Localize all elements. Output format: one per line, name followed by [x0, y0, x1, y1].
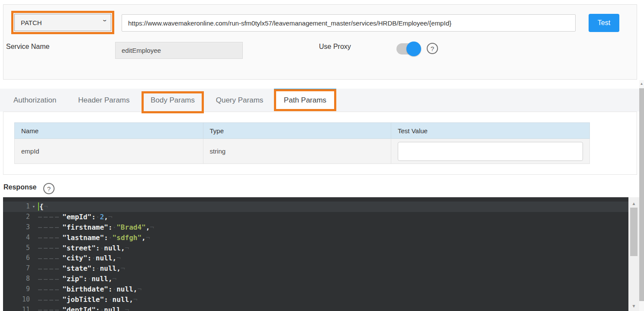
- http-method-select[interactable]: PATCH ˇ: [14, 14, 111, 31]
- response-label: Response: [3, 183, 36, 191]
- code-content: "street":·null,¬: [35, 243, 129, 253]
- eol-mark: ¬: [146, 234, 150, 242]
- comma-token: ,: [121, 306, 125, 311]
- json-key: "lastname":: [62, 234, 108, 242]
- code-content: "empId":·2,¬: [35, 212, 113, 222]
- line-number: 6: [3, 253, 35, 263]
- request-url-input[interactable]: [122, 14, 576, 32]
- indent-whitespace-marks: [38, 269, 61, 269]
- body-params-highlight-box: [142, 91, 204, 113]
- editor-line: 4"lastname":·"sdfgh",¬: [3, 233, 628, 243]
- path-params-table: NameTypeTest Value empIdstring: [14, 122, 590, 164]
- use-proxy-label: Use Proxy: [319, 43, 351, 51]
- toggle-knob: [406, 42, 421, 56]
- space-mark: ·: [100, 306, 104, 311]
- use-proxy-toggle[interactable]: [396, 43, 420, 55]
- test-value-input[interactable]: [398, 142, 583, 161]
- indent-whitespace-marks: [38, 310, 61, 311]
- eol-mark: ¬: [121, 264, 125, 273]
- test-button[interactable]: Test: [589, 14, 619, 32]
- json-key: "birthdate":: [62, 285, 113, 293]
- code-content: "city":·null,¬: [35, 253, 121, 263]
- json-value: null: [91, 275, 108, 283]
- eol-mark: ¬: [125, 244, 129, 252]
- editor-scrollbar-thumb[interactable]: [630, 208, 638, 256]
- space-mark: ·: [91, 254, 96, 262]
- eol-mark: ¬: [113, 275, 117, 283]
- json-key: "zip":: [62, 275, 87, 283]
- editor-scrollbar[interactable]: ▲ ▼: [628, 197, 639, 311]
- code-content: {¬: [35, 202, 48, 212]
- indent-whitespace-marks: [38, 258, 61, 259]
- editor-lines: 1▾{¬2"empId":·2,¬3"firstname":·"Brad4",¬…: [3, 202, 628, 311]
- code-content: "firstname":·"Brad4",¬: [35, 222, 154, 233]
- editor-line: 6"city":·null,¬: [3, 253, 628, 263]
- line-number: 9: [3, 284, 35, 295]
- json-value: null: [113, 295, 129, 304]
- comma-token: ,: [113, 254, 117, 262]
- space-mark: ·: [96, 213, 100, 221]
- brace-token: {: [39, 202, 44, 211]
- eol-mark: ¬: [133, 295, 138, 304]
- comma-token: ,: [116, 264, 121, 273]
- param-name-cell: empId: [15, 139, 203, 164]
- line-number: 11: [3, 305, 35, 311]
- json-value: null: [100, 264, 117, 273]
- editor-line: 1▾{¬: [3, 202, 628, 212]
- editor-scroll-up-icon[interactable]: ▲: [628, 201, 639, 207]
- line-number: 10: [3, 295, 35, 305]
- tab-query-params[interactable]: Query Params: [213, 89, 266, 112]
- indent-whitespace-marks: [38, 237, 61, 238]
- line-number: 2: [3, 212, 35, 222]
- code-content: "zip":·null,¬: [35, 274, 116, 284]
- response-help-icon[interactable]: ?: [43, 183, 55, 194]
- space-mark: ·: [87, 275, 92, 283]
- path-params-highlight-box: [274, 89, 336, 111]
- eol-mark: ¬: [137, 285, 142, 293]
- indent-whitespace-marks: [38, 227, 61, 228]
- json-key: "street":: [62, 244, 100, 252]
- json-value: null: [104, 306, 121, 311]
- tab-header-params[interactable]: Header Params: [74, 89, 133, 112]
- eol-mark: ¬: [116, 254, 121, 262]
- table-row: empIdstring: [15, 139, 590, 164]
- line-number: 4: [3, 233, 35, 243]
- editor-scroll-down-icon[interactable]: ▼: [628, 303, 639, 309]
- param-type-cell: string: [203, 139, 391, 164]
- space-mark: ·: [113, 223, 117, 231]
- page-scroll-up-icon[interactable]: ▲: [639, 81, 644, 87]
- space-mark: ·: [108, 234, 113, 242]
- use-proxy-help-icon[interactable]: ?: [427, 43, 438, 54]
- editor-line: 3"firstname":·"Brad4",¬: [3, 222, 628, 233]
- code-content: "deptId":·null,¬: [35, 305, 129, 311]
- comma-token: ,: [129, 295, 133, 304]
- response-code-editor[interactable]: 1▾{¬2"empId":·2,¬3"firstname":·"Brad4",¬…: [3, 197, 628, 311]
- eol-mark: ¬: [125, 306, 129, 311]
- comma-token: ,: [133, 285, 138, 293]
- rest-service-test-page: PATCH ˇ Test Service Name Use Proxy ? Au…: [0, 0, 644, 311]
- service-name-label: Service Name: [6, 43, 49, 51]
- tab-authorization[interactable]: Authorization: [10, 89, 60, 112]
- page-scrollbar-thumb[interactable]: [639, 88, 644, 301]
- indent-whitespace-marks: [38, 300, 61, 301]
- json-key: "jobTitle":: [62, 295, 108, 304]
- editor-line: 10"jobTitle":·null,¬: [3, 295, 628, 305]
- editor-line: 9"birthdate":·null,¬: [3, 284, 628, 295]
- line-number: 3: [3, 222, 35, 233]
- text-cursor: [38, 202, 39, 211]
- comma-token: ,: [142, 234, 146, 242]
- table-header-row: NameTypeTest Value: [15, 123, 590, 139]
- space-mark: ·: [100, 244, 104, 252]
- service-name-input: [115, 42, 243, 59]
- comma-token: ,: [121, 244, 125, 252]
- code-content: "state":·null,¬: [35, 263, 125, 274]
- comma-token: ,: [108, 275, 113, 283]
- editor-line: 2"empId":·2,¬: [3, 212, 628, 222]
- json-key: "city":: [62, 254, 91, 262]
- eol-mark: ¬: [150, 223, 154, 231]
- json-value: "Brad4": [116, 223, 145, 231]
- fold-arrow-icon: ▾: [32, 202, 35, 212]
- column-header-type: Type: [203, 123, 391, 139]
- indent-whitespace-marks: [38, 289, 61, 290]
- page-scrollbar[interactable]: ▲: [639, 80, 644, 311]
